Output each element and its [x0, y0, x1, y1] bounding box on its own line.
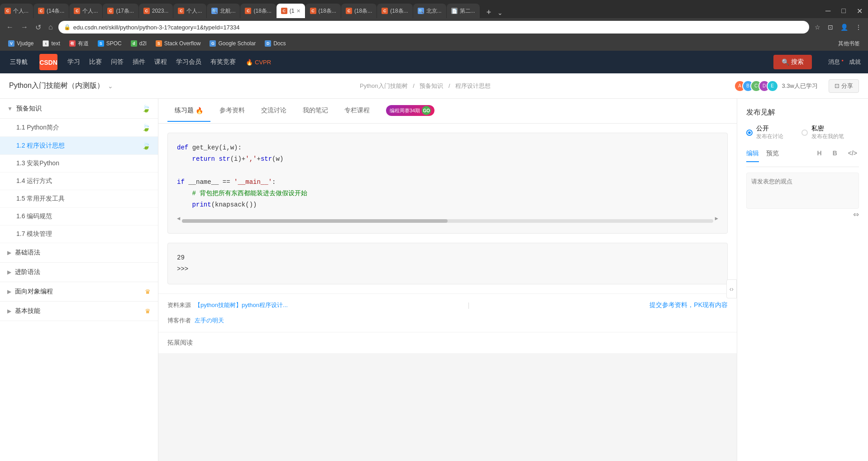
bookmark-vjudge[interactable]: V Vjudge	[5, 39, 37, 48]
address-bar[interactable]: 🔒 edu.csdn.net/skill/python/python-3-1?c…	[58, 21, 809, 34]
scroll-left-arrow[interactable]: ◀	[177, 214, 180, 224]
other-bookmarks-label: 其他书签	[838, 40, 860, 48]
nav-course[interactable]: 课程	[153, 56, 168, 68]
sidebar-section-header-preparation[interactable]: ▼ 预备知识 🍃	[0, 99, 158, 119]
scroll-right-arrow[interactable]: ▶	[715, 214, 718, 224]
nav-qa[interactable]: 问答	[110, 56, 124, 68]
sidebar-item-run-mode[interactable]: 1.4 运行方式	[0, 173, 158, 190]
search-button[interactable]: 🔍 搜索	[773, 55, 812, 69]
nav-plugin[interactable]: 插件	[132, 56, 146, 68]
expand-section: 拓展阅读	[158, 332, 737, 353]
tab-contest[interactable]: 编程周赛34期 GO	[379, 99, 436, 123]
tab-12[interactable]: C (18条...	[377, 4, 412, 18]
tab-13[interactable]: 🔍 北京...	[413, 4, 446, 18]
cvpr-label: CVPR	[255, 59, 271, 66]
profile-icon[interactable]: 👤	[839, 23, 850, 32]
editor-tab-preview[interactable]: 预览	[766, 149, 779, 162]
bookmark-docs[interactable]: D Docs	[261, 39, 289, 48]
sidebar-item-coding-style[interactable]: 1.6 编码规范	[0, 208, 158, 226]
back-button[interactable]: ←	[5, 22, 15, 32]
bookmark-scholar[interactable]: G Google Scholar	[206, 39, 259, 48]
tab-reference[interactable]: 参考资料	[212, 100, 252, 122]
text-favicon: t	[43, 40, 49, 47]
sidebar-section-header-skills[interactable]: ▶ 基本技能 ♛	[0, 302, 158, 321]
reference-source-link[interactable]: 【python技能树】python程序设计...	[195, 301, 288, 309]
sidebar-section-header-oop[interactable]: ▶ 面向对象编程 ♛	[0, 282, 158, 302]
home-button[interactable]: ⌂	[47, 22, 55, 32]
tab-11[interactable]: C (18条...	[341, 4, 377, 18]
bookmark-spoc[interactable]: S SPOC	[94, 39, 125, 48]
tab-8[interactable]: C (18条...	[240, 4, 276, 18]
new-tab-button[interactable]: +	[484, 7, 494, 18]
tab-dropdown-button[interactable]: ⌄	[496, 8, 505, 17]
editor-tab-edit[interactable]: 编辑	[746, 149, 759, 162]
bookmark-stackoverflow[interactable]: S Stack Overflow	[152, 39, 205, 48]
pk-link[interactable]: 提交参考资料，PK现有内容	[649, 301, 728, 309]
section-label-advanced: 进阶语法	[15, 268, 40, 276]
editor-input[interactable]	[746, 173, 859, 209]
address-bar-row: ← → ↺ ⌂ 🔒 edu.csdn.net/skill/python/pyth…	[0, 18, 868, 36]
share-button[interactable]: ⊡ 分享	[829, 79, 859, 93]
nav-achievement[interactable]: 成就	[849, 58, 861, 66]
tab-1[interactable]: C 个人...	[0, 4, 33, 18]
sidebar-section-header-advanced[interactable]: ▶ 进阶语法	[0, 263, 158, 282]
editor-btn-code[interactable]: </>	[846, 149, 859, 162]
svg-text:CSDN: CSDN	[39, 59, 57, 66]
forward-button[interactable]: →	[19, 22, 30, 32]
radio-public	[746, 130, 753, 136]
expand-editor-icon[interactable]: ⇔	[853, 211, 859, 218]
sidebar-item-programming-thoughts[interactable]: 1.2 程序设计思想 🍃	[0, 137, 158, 155]
cvpr-badge[interactable]: 🔥 CVPR	[246, 59, 271, 66]
tab-6[interactable]: C 个人...	[173, 4, 206, 18]
nav-prize[interactable]: 有奖竞赛	[210, 56, 237, 68]
tab-title-10: (18条...	[319, 7, 336, 15]
tab-close-9[interactable]: ✕	[296, 8, 300, 14]
editor-btn-h[interactable]: H	[816, 149, 824, 162]
tab-exercise[interactable]: 练习题 🔥	[167, 100, 210, 122]
tab-3[interactable]: C 个人...	[69, 4, 102, 18]
tab-10[interactable]: C (18条...	[305, 4, 341, 18]
bookmark-youdao[interactable]: 有 有道	[66, 38, 92, 49]
visibility-private[interactable]: 私密 发布在我的笔	[801, 125, 844, 140]
bookmark-text[interactable]: t text	[39, 39, 63, 48]
visibility-public[interactable]: 公开 发布在讨论	[746, 125, 783, 140]
tab-column[interactable]: 专栏课程	[337, 100, 377, 122]
other-bookmarks[interactable]: 其他书签	[835, 38, 863, 49]
tab-14[interactable]: 📄 第二...	[447, 4, 480, 18]
sidebar-item-dev-tools[interactable]: 1.5 常用开发工具	[0, 190, 158, 208]
nav-messages[interactable]: 消息 ●	[828, 58, 844, 66]
crown-icon-skills: ♛	[145, 307, 151, 315]
sidebar-collapse-button[interactable]: ‹›	[726, 279, 737, 298]
sidebar-section-header-basic[interactable]: ▶ 基础语法	[0, 243, 158, 263]
sidebar-item-python-intro[interactable]: 1.1 Python简介 🍃	[0, 119, 158, 137]
skill-title-dropdown[interactable]: ⌄	[108, 82, 113, 90]
section-label-oop: 面向对象编程	[15, 288, 53, 296]
sidebar-item-modules[interactable]: 1.7 模块管理	[0, 226, 158, 243]
expand-title[interactable]: 拓展阅读	[167, 339, 193, 346]
section-label-preparation: 预备知识	[16, 105, 42, 113]
hamburger-menu[interactable]: 三导航	[7, 56, 30, 68]
tab-4[interactable]: C (17条...	[103, 4, 138, 18]
tab-notes[interactable]: 我的笔记	[296, 100, 335, 122]
author-link[interactable]: 左手の明天	[195, 317, 224, 325]
code-scrollbar[interactable]	[182, 219, 713, 223]
minimize-button[interactable]: ─	[820, 4, 836, 18]
sidebar-item-install-python[interactable]: 1.3 安装Python	[0, 155, 158, 173]
editor-btn-b[interactable]: B	[831, 149, 839, 162]
bookmark-star-icon[interactable]: ☆	[813, 23, 822, 32]
tab-5[interactable]: C 2023...	[139, 4, 173, 18]
nav-contest[interactable]: 比赛	[88, 56, 103, 68]
reload-button[interactable]: ↺	[33, 22, 43, 33]
bookmark-d2l[interactable]: d d2l	[127, 39, 150, 48]
tab-9-active[interactable]: C (1 ✕	[277, 4, 305, 18]
tab-7[interactable]: 🔍 北航...	[207, 4, 240, 18]
sidebar-toggle-icon[interactable]: ⊡	[826, 23, 835, 32]
close-button[interactable]: ✕	[851, 4, 868, 18]
tab-discussion[interactable]: 交流讨论	[254, 100, 294, 122]
tab-2[interactable]: C (14条...	[33, 4, 69, 18]
more-menu-icon[interactable]: ⋮	[854, 23, 863, 32]
maximize-button[interactable]: □	[836, 4, 851, 18]
nav-membership[interactable]: 学习会员	[175, 56, 202, 68]
csdn-logo[interactable]: CSDN	[39, 54, 57, 70]
nav-learn[interactable]: 学习	[67, 56, 81, 68]
